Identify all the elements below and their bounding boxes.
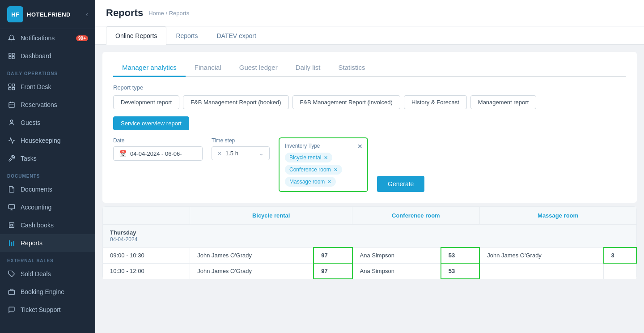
btn-fnb-invoiced[interactable]: F&B Management Report (invoiced) <box>292 95 400 109</box>
documents-label: Documents <box>21 186 52 193</box>
ticket-support-icon <box>7 305 16 314</box>
btn-fnb-booked[interactable]: F&B Management Report (booked) <box>183 95 288 109</box>
sold-deals-label: Sold Deals <box>21 270 51 278</box>
section-daily-ops: DAILY OPERATIONS <box>0 65 95 78</box>
btn-management-report[interactable]: Management report <box>470 95 536 109</box>
time-step-value: 1.5 h <box>225 150 238 157</box>
btn-history-forecast[interactable]: History & Forecast <box>404 95 467 109</box>
dashboard-icon <box>7 51 16 60</box>
cell-bicycle-val-2: 97 <box>314 263 352 279</box>
sidebar-item-sold-deals[interactable]: Sold Deals <box>0 265 95 283</box>
time-step-clear[interactable]: ✕ <box>217 150 222 157</box>
subtab-guest-ledger[interactable]: Guest ledger <box>230 59 287 77</box>
tag-massage-remove[interactable]: ✕ <box>327 179 331 185</box>
generate-button[interactable]: Generate <box>377 176 424 192</box>
table-col-conference-room: Conference room <box>352 207 480 225</box>
inventory-type-label: Inventory Type <box>285 143 362 149</box>
calendar-icon: 📅 <box>119 150 127 157</box>
tag-bicycle-rental: Bicycle rental ✕ <box>285 153 332 162</box>
cell-conference-name-2: Ana Simpson <box>352 263 441 279</box>
sidebar-collapse-icon[interactable]: ‹ <box>86 11 88 18</box>
inventory-clear-all[interactable]: ✕ <box>357 143 363 150</box>
date-input[interactable]: 📅 04-04-2024 - 06-06- <box>113 146 203 161</box>
booking-engine-icon <box>7 287 16 296</box>
sidebar-item-guests[interactable]: Guests <box>0 114 95 132</box>
filter-time-step: Time step ✕ 1.5 h ⌄ <box>212 137 270 160</box>
cell-conference-val-2: 53 <box>441 263 479 279</box>
report-table: Bicycle rental Conference room Massage r… <box>102 206 637 279</box>
svg-rect-6 <box>8 87 11 90</box>
svg-rect-13 <box>8 205 14 209</box>
cell-conference-val-1: 53 <box>441 248 479 263</box>
sub-tabs: Manager analytics Financial Guest ledger… <box>113 59 626 77</box>
subtab-manager-analytics[interactable]: Manager analytics <box>113 59 186 77</box>
report-table-card: Bicycle rental Conference room Massage r… <box>102 206 637 279</box>
housekeeping-icon <box>7 136 16 145</box>
table-col-time <box>103 207 190 225</box>
table-row: 10:30 - 12:00 John James O'Grady 97 Ana … <box>103 263 637 279</box>
time-step-label: Time step <box>212 137 270 144</box>
reservations-icon <box>7 100 16 109</box>
svg-rect-8 <box>9 102 14 108</box>
svg-rect-5 <box>12 84 14 86</box>
sidebar-item-reports[interactable]: Reports <box>0 234 95 252</box>
tag-conference-remove[interactable]: ✕ <box>334 167 338 173</box>
ticket-support-label: Ticket Support <box>21 306 61 313</box>
sidebar-item-reservations[interactable]: Reservations <box>0 96 95 114</box>
svg-rect-18 <box>13 241 14 246</box>
svg-rect-16 <box>9 240 10 246</box>
cell-massage-val-1: 3 <box>604 248 636 263</box>
tag-conference-room: Conference room ✕ <box>285 165 342 175</box>
tag-conference-label: Conference room <box>289 166 331 173</box>
btn-development-report[interactable]: Development report <box>113 95 179 109</box>
sidebar-item-booking-engine[interactable]: Booking Engine <box>0 283 95 301</box>
breadcrumb-home[interactable]: Home <box>148 10 164 17</box>
content-area: Manager analytics Financial Guest ledger… <box>95 45 644 333</box>
table-row-header: Thursday 04-04-2024 <box>103 225 637 248</box>
sidebar-item-tasks[interactable]: Tasks <box>0 149 95 167</box>
sidebar-item-ticket-support[interactable]: Ticket Support <box>0 301 95 319</box>
tag-bicycle-label: Bicycle rental <box>289 154 321 161</box>
section-documents: DOCUMENTS <box>0 167 95 180</box>
breadcrumb-current: Reports <box>169 10 190 17</box>
subtab-financial[interactable]: Financial <box>186 59 230 77</box>
tab-reports[interactable]: Reports <box>166 26 207 45</box>
front-desk-icon <box>7 82 16 91</box>
logo-text: HOTELFRIEND <box>27 11 71 18</box>
sidebar-item-documents[interactable]: Documents <box>0 180 95 198</box>
page-title: Reports <box>106 7 143 19</box>
subtab-statistics[interactable]: Statistics <box>330 59 374 77</box>
top-tabs: Online Reports Reports DATEV export <box>95 26 644 45</box>
cell-conference-name-1: Ana Simpson <box>352 248 441 263</box>
sidebar-item-cash-books[interactable]: Cash books <box>0 216 95 234</box>
sold-deals-icon <box>7 269 16 278</box>
tag-massage-room: Massage room ✕ <box>285 177 336 187</box>
tag-bicycle-remove[interactable]: ✕ <box>324 155 328 161</box>
sidebar-item-dashboard[interactable]: Dashboard <box>0 47 95 65</box>
btn-service-overview[interactable]: Service overview report <box>113 116 189 130</box>
tab-online-reports[interactable]: Online Reports <box>106 26 166 45</box>
date-label: Date <box>113 137 203 144</box>
cash-books-icon <box>7 221 16 230</box>
sidebar-item-accounting[interactable]: Accounting <box>0 198 95 216</box>
sidebar-item-front-desk[interactable]: Front Desk <box>0 78 95 96</box>
housekeeping-label: Housekeeping <box>21 137 61 144</box>
booking-engine-label: Booking Engine <box>21 288 64 295</box>
reports-label: Reports <box>21 239 42 247</box>
guests-icon <box>7 118 16 127</box>
page-header: Reports Home / Reports <box>95 0 644 26</box>
sidebar-item-housekeeping[interactable]: Housekeeping <box>0 132 95 149</box>
front-desk-label: Front Desk <box>21 83 51 90</box>
guests-label: Guests <box>21 119 40 126</box>
filter-date: Date 📅 04-04-2024 - 06-06- <box>113 137 203 161</box>
subtab-daily-list[interactable]: Daily list <box>287 59 330 77</box>
notifications-label: Notifications <box>21 34 55 42</box>
tab-datev-export[interactable]: DATEV export <box>207 26 265 45</box>
svg-rect-7 <box>12 87 14 90</box>
time-step-select[interactable]: ✕ 1.5 h ⌄ <box>212 146 270 160</box>
row-header-day: Thursday 04-04-2024 <box>103 225 637 248</box>
svg-rect-17 <box>11 242 13 246</box>
table-row: 09:00 - 10:30 John James O'Grady 97 Ana … <box>103 248 637 263</box>
svg-rect-0 <box>9 53 11 56</box>
sidebar-item-notifications[interactable]: Notifications 99+ <box>0 29 95 47</box>
